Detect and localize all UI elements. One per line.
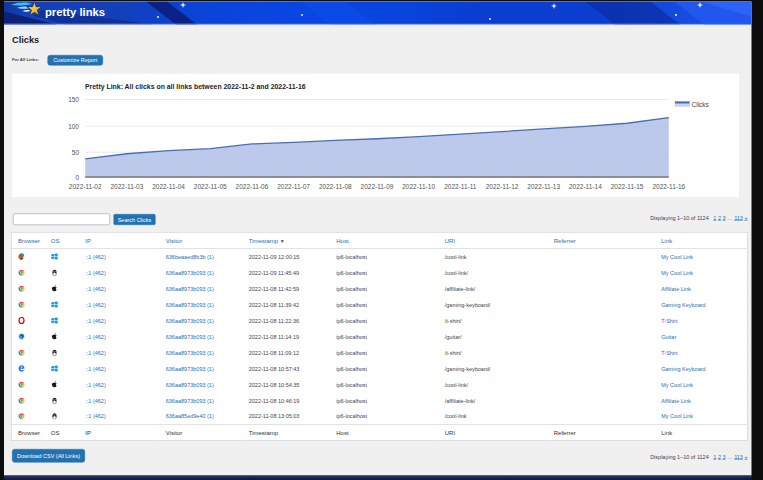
svg-text:0: 0 — [75, 174, 79, 181]
svg-text:2022-11-04: 2022-11-04 — [152, 183, 185, 190]
svg-text:pretty links: pretty links — [45, 6, 105, 18]
svg-text:2022-11-03: 2022-11-03 — [111, 183, 144, 190]
svg-text:150: 150 — [68, 96, 79, 103]
svg-text:2022-11-08: 2022-11-08 — [319, 183, 352, 190]
svg-text:2022-11-12: 2022-11-12 — [486, 183, 519, 190]
svg-text:2022-11-14: 2022-11-14 — [569, 183, 602, 190]
svg-text:2022-11-13: 2022-11-13 — [527, 183, 560, 190]
svg-text:2022-11-16: 2022-11-16 — [652, 183, 685, 190]
svg-text:50: 50 — [72, 149, 80, 156]
svg-text:2022-11-07: 2022-11-07 — [277, 183, 310, 190]
svg-text:2022-11-05: 2022-11-05 — [194, 183, 227, 190]
svg-text:2022-11-11: 2022-11-11 — [444, 183, 477, 190]
svg-text:2022-11-02: 2022-11-02 — [69, 183, 102, 190]
svg-text:2022-11-09: 2022-11-09 — [361, 183, 394, 190]
svg-text:2022-11-15: 2022-11-15 — [611, 183, 644, 190]
svg-text:2022-11-10: 2022-11-10 — [402, 183, 435, 190]
svg-text:Clicks: Clicks — [692, 101, 710, 108]
svg-text:2022-11-06: 2022-11-06 — [236, 183, 269, 190]
svg-text:100: 100 — [68, 123, 79, 130]
